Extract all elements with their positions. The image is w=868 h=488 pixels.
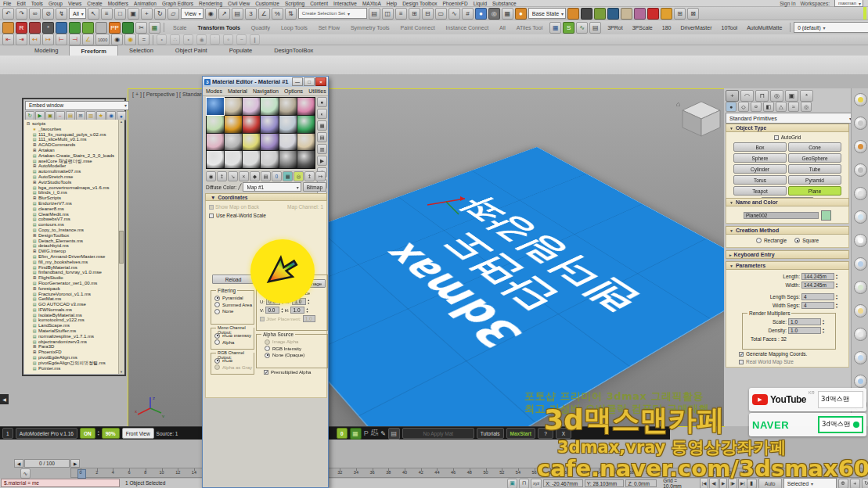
material-slot[interactable]: [279, 134, 297, 151]
toggle-ribbon-icon[interactable]: ▭: [435, 8, 447, 20]
maximize-button[interactable]: □: [304, 77, 315, 86]
menu-content[interactable]: Content: [310, 1, 328, 6]
frame-forward-button[interactable]: ▶: [70, 459, 80, 468]
tree-item[interactable]: ▤cleaner8.ms: [26, 206, 119, 212]
plugin-person-icon[interactable]: [2, 22, 14, 34]
front-view-button[interactable]: Front View: [122, 428, 154, 439]
transform-gizmo[interactable]: [424, 189, 471, 221]
dock-icon-2[interactable]: [854, 117, 867, 130]
ribbon-tab-modeling[interactable]: Modeling: [23, 45, 69, 56]
rgb-out-alpha-as-gray-radio[interactable]: [214, 364, 220, 370]
material-slot[interactable]: [207, 134, 224, 151]
tree-item[interactable]: ▤normalizespline_v1.7.1.ms: [26, 334, 119, 339]
tree-item[interactable]: ▤FloorGenerator_ver1_00.ms: [26, 281, 119, 286]
spinner-snap-toggle-icon[interactable]: ⇅: [285, 8, 297, 20]
select-and-move-icon[interactable]: +: [141, 8, 153, 20]
plugin-leaf-icon[interactable]: [69, 22, 81, 34]
material-slot[interactable]: [297, 134, 315, 151]
create-tube-button[interactable]: Tube: [788, 164, 841, 174]
render-setup-icon[interactable]: ◎: [488, 8, 500, 20]
dock-icon-8[interactable]: [854, 257, 867, 271]
matedit-menu-utilities[interactable]: Utilities: [308, 88, 326, 94]
assign-to-selection-icon[interactable]: ↘: [228, 171, 238, 181]
plugin-gear-icon[interactable]: *: [42, 22, 54, 34]
undo-icon[interactable]: ↶: [2, 8, 14, 20]
name-color-header[interactable]: ▼Name and Color: [726, 198, 849, 206]
menu-modifiers[interactable]: Modifiers: [108, 1, 128, 6]
geometry-category[interactable]: ●: [726, 102, 737, 112]
maxstart-button[interactable]: MaxStart: [506, 428, 535, 439]
reset-map-icon[interactable]: ×: [239, 171, 249, 181]
tree-item[interactable]: ▤EndorizerV7.ms: [26, 201, 119, 206]
use-pivot-point-center-icon[interactable]: ◉: [205, 8, 217, 20]
filtering-pyramidal-radio[interactable]: [214, 296, 220, 301]
tree-item[interactable]: ▤bga_convertnormalmaps_v1.6.ms: [26, 185, 119, 191]
tree-item[interactable]: ▤GetMat.ms: [26, 296, 119, 302]
material-slot[interactable]: [207, 116, 224, 133]
material-slot[interactable]: [297, 116, 315, 133]
close-icon[interactable]: ×: [315, 77, 326, 86]
matedit-menu-modes[interactable]: Modes: [206, 88, 222, 94]
tool-group-instance-connect[interactable]: Instance Connect: [441, 25, 494, 30]
tree-item[interactable]: ▤Detach_Elements.ms: [26, 239, 119, 244]
filtering-none-radio[interactable]: [214, 309, 220, 314]
keyboard-shortcut-override-icon[interactable]: ▤: [232, 8, 243, 20]
cameras-category[interactable]: ◧: [763, 102, 774, 112]
edit-named-selection-sets-icon[interactable]: ▤: [369, 8, 380, 20]
tree-item[interactable]: ▤Efim_Armand-DriverMaster.mse: [26, 254, 119, 260]
modify-tab[interactable]: ◠: [740, 90, 754, 102]
dock-icon-13[interactable]: [854, 375, 867, 388]
material-slot[interactable]: [279, 98, 297, 115]
plant-icon[interactable]: [122, 22, 134, 34]
backlight-icon[interactable]: ◐: [317, 109, 327, 119]
dock-icon-11[interactable]: [854, 328, 867, 341]
material-slot[interactable]: [225, 116, 242, 133]
material-slot[interactable]: [297, 151, 315, 168]
menu-design-toolbox[interactable]: Design Toolbox: [402, 1, 437, 6]
select-and-manipulate-icon[interactable]: ↗: [218, 8, 230, 20]
tool-group-scale[interactable]: Scale: [167, 25, 193, 30]
tree-item[interactable]: ▤GO AUTOCAD v3.mse: [26, 302, 119, 307]
helpers-category[interactable]: △: [776, 102, 787, 112]
create-plane-button[interactable]: Plane: [788, 186, 841, 196]
video-color-check-icon[interactable]: ▥: [317, 144, 327, 154]
dock-icon-10[interactable]: [854, 304, 867, 318]
layer-manager-icon[interactable]: ▤: [589, 22, 601, 34]
tree-item[interactable]: ▤kumotoolmd_v122.ms: [26, 318, 119, 323]
map-type-button[interactable]: Bitmap: [303, 182, 326, 192]
create-geosphere-button[interactable]: GeoSphere: [788, 153, 841, 163]
generate-mapping-checkbox[interactable]: [739, 352, 744, 357]
plugin-button-automultmatte[interactable]: AutoMultMatte: [742, 25, 787, 30]
atiles-icon[interactable]: ▦: [549, 22, 561, 34]
alpha-source-image-alpha-radio[interactable]: [265, 339, 270, 345]
tree-item[interactable]: ▤blinds_i_0.ms: [26, 190, 119, 196]
plugin-button-10tool[interactable]: 10Tool: [717, 25, 743, 30]
brush-icon[interactable]: ✎: [380, 430, 386, 437]
populate-idle-icon[interactable]: ❙: [250, 34, 260, 45]
jitter-checkbox[interactable]: [260, 317, 265, 321]
align-left-edge-icon[interactable]: ⇤: [2, 34, 14, 45]
use-real-world-scale-checkbox[interactable]: [209, 214, 214, 218]
bind-to-space-warp-icon[interactable]: ↯: [56, 8, 67, 20]
put-to-library-icon[interactable]: ▤: [261, 171, 271, 181]
named-selection-set-field[interactable]: Create Selection Set▾: [298, 8, 367, 19]
create-cone-button[interactable]: Cone: [788, 142, 841, 152]
menu-scripting[interactable]: Scripting: [285, 1, 304, 6]
get-material-icon[interactable]: ◉: [206, 171, 216, 181]
ribbon-tab-freeform[interactable]: Freeform: [69, 45, 118, 56]
populate-flow-icon-4[interactable]: ◉: [196, 34, 207, 45]
tutorials-button[interactable]: Tutorials: [477, 428, 504, 439]
plugin-fox-icon[interactable]: [95, 22, 107, 34]
ribbon-tab-populate[interactable]: Populate: [218, 45, 264, 56]
current-frame-field[interactable]: 0 / 100: [24, 459, 70, 468]
attach-counter[interactable]: 0: [337, 428, 348, 439]
automodeller-on-button[interactable]: ON: [80, 428, 95, 439]
tool-group-all[interactable]: All: [494, 25, 511, 30]
sample-type-icon[interactable]: ●: [317, 97, 327, 107]
map-name-dropdown[interactable]: Map #1▾: [243, 182, 301, 192]
real-world-map-checkbox[interactable]: [739, 360, 744, 364]
tool-group-quadify[interactable]: Quadify: [246, 25, 276, 30]
menu-liquid[interactable]: Liquid: [474, 1, 487, 6]
tree-folder[interactable]: ⊞Para3D: [26, 344, 119, 350]
populate-flow-icon-3[interactable]: •: [183, 34, 193, 45]
